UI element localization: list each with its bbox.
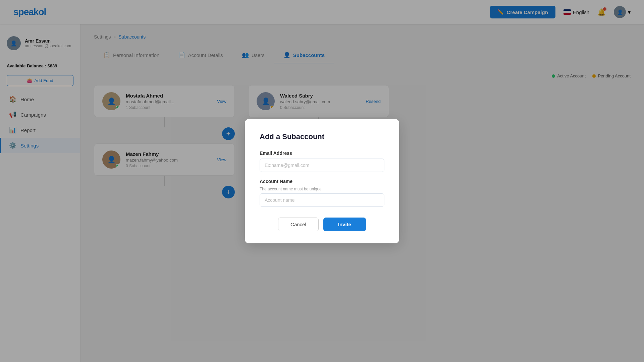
cancel-button[interactable]: Cancel xyxy=(278,218,319,231)
modal-actions: Cancel Invite xyxy=(260,218,384,231)
account-name-form-group: Account Name The account name must be un… xyxy=(260,179,384,207)
modal-title: Add a Subaccount xyxy=(260,132,384,141)
email-label: Email Address xyxy=(260,150,384,156)
account-name-hint: The account name must be unique xyxy=(260,187,384,191)
add-subaccount-modal: Add a Subaccount Email Address Account N… xyxy=(245,119,399,243)
account-name-input[interactable] xyxy=(260,193,384,207)
email-input[interactable] xyxy=(260,159,384,172)
account-name-label: Account Name xyxy=(260,179,384,184)
email-form-group: Email Address xyxy=(260,150,384,172)
invite-button[interactable]: Invite xyxy=(323,218,366,231)
modal-overlay[interactable]: Add a Subaccount Email Address Account N… xyxy=(0,0,644,362)
